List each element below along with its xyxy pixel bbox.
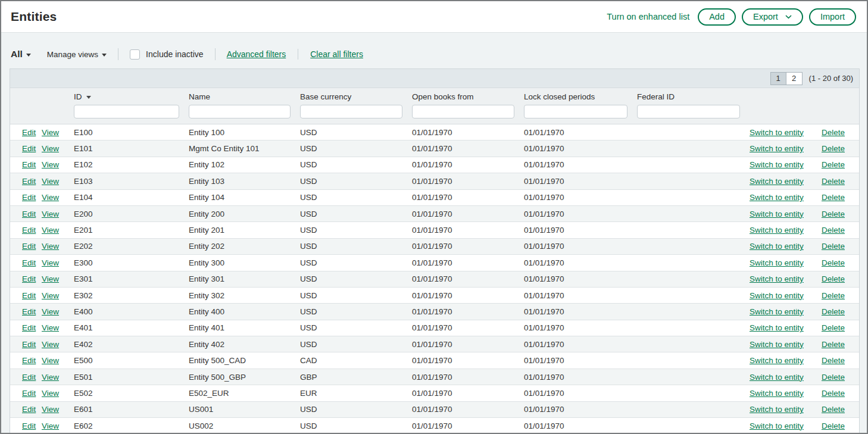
delete-link[interactable]: Delete	[811, 373, 859, 382]
delete-link[interactable]: Delete	[811, 421, 859, 430]
delete-link[interactable]: Delete	[811, 274, 859, 283]
switch-to-entity-link[interactable]: Switch to entity	[750, 128, 811, 137]
delete-link[interactable]: Delete	[811, 356, 859, 365]
view-link[interactable]: View	[42, 128, 74, 137]
view-link[interactable]: View	[42, 340, 74, 349]
view-link[interactable]: View	[42, 307, 74, 316]
delete-link[interactable]: Delete	[811, 160, 859, 169]
switch-to-entity-link[interactable]: Switch to entity	[750, 340, 811, 349]
delete-link[interactable]: Delete	[811, 128, 859, 137]
view-link[interactable]: View	[42, 242, 74, 251]
clear-all-filters-link[interactable]: Clear all filters	[310, 49, 363, 59]
switch-to-entity-link[interactable]: Switch to entity	[750, 242, 811, 251]
view-link[interactable]: View	[42, 258, 74, 267]
import-button[interactable]: Import	[809, 8, 856, 26]
switch-to-entity-link[interactable]: Switch to entity	[750, 389, 811, 398]
column-header-id[interactable]: ID	[74, 92, 189, 105]
edit-link[interactable]: Edit	[22, 389, 42, 398]
view-link[interactable]: View	[42, 373, 74, 382]
delete-link[interactable]: Delete	[811, 307, 859, 316]
delete-link[interactable]: Delete	[811, 340, 859, 349]
include-inactive-checkbox[interactable]	[130, 49, 140, 60]
edit-link[interactable]: Edit	[22, 373, 42, 382]
column-header-base-currency[interactable]: Base currency	[300, 92, 412, 105]
delete-link[interactable]: Delete	[811, 226, 859, 235]
view-link[interactable]: View	[42, 226, 74, 235]
edit-link[interactable]: Edit	[22, 421, 42, 430]
advanced-filters-link[interactable]: Advanced filters	[227, 49, 286, 59]
view-link[interactable]: View	[42, 356, 74, 365]
filter-input-open-books-from[interactable]	[412, 105, 514, 118]
view-link[interactable]: View	[42, 193, 74, 202]
edit-link[interactable]: Edit	[22, 307, 42, 316]
edit-link[interactable]: Edit	[22, 226, 42, 235]
switch-to-entity-link[interactable]: Switch to entity	[750, 373, 811, 382]
delete-link[interactable]: Delete	[811, 210, 859, 218]
page-button-2[interactable]: 2	[786, 72, 803, 85]
edit-link[interactable]: Edit	[22, 356, 42, 365]
switch-to-entity-link[interactable]: Switch to entity	[750, 258, 811, 267]
filter-input-name[interactable]	[189, 105, 291, 118]
delete-link[interactable]: Delete	[811, 193, 859, 202]
switch-to-entity-link[interactable]: Switch to entity	[750, 323, 811, 332]
edit-link[interactable]: Edit	[22, 291, 42, 300]
delete-link[interactable]: Delete	[811, 291, 859, 300]
edit-link[interactable]: Edit	[22, 177, 42, 186]
edit-link[interactable]: Edit	[22, 193, 42, 202]
filter-input-base-currency[interactable]	[300, 105, 402, 118]
add-button[interactable]: Add	[698, 8, 736, 26]
view-link[interactable]: View	[42, 144, 74, 153]
edit-link[interactable]: Edit	[22, 274, 42, 283]
edit-link[interactable]: Edit	[22, 405, 42, 414]
view-link[interactable]: View	[42, 177, 74, 186]
view-link[interactable]: View	[42, 405, 74, 414]
edit-link[interactable]: Edit	[22, 323, 42, 332]
switch-to-entity-link[interactable]: Switch to entity	[750, 405, 811, 414]
switch-to-entity-link[interactable]: Switch to entity	[750, 421, 811, 430]
switch-to-entity-link[interactable]: Switch to entity	[750, 307, 811, 316]
view-link[interactable]: View	[42, 291, 74, 300]
column-header-federal-id[interactable]: Federal ID	[637, 92, 750, 105]
column-header-lock-closed-periods[interactable]: Lock closed periods	[524, 92, 637, 105]
export-button[interactable]: Export	[742, 8, 803, 26]
edit-link[interactable]: Edit	[22, 210, 42, 218]
switch-to-entity-link[interactable]: Switch to entity	[750, 274, 811, 283]
edit-link[interactable]: Edit	[22, 242, 42, 251]
filter-input-federal-id[interactable]	[637, 105, 740, 118]
view-selector-dropdown[interactable]: All	[11, 49, 31, 60]
turn-on-enhanced-list-link[interactable]: Turn on enhanced list	[607, 12, 689, 21]
view-link[interactable]: View	[42, 274, 74, 283]
edit-link[interactable]: Edit	[22, 258, 42, 267]
page-button-1[interactable]: 1	[770, 72, 786, 85]
switch-to-entity-link[interactable]: Switch to entity	[750, 291, 811, 300]
switch-to-entity-link[interactable]: Switch to entity	[750, 226, 811, 235]
view-link[interactable]: View	[42, 389, 74, 398]
view-link[interactable]: View	[42, 323, 74, 332]
delete-link[interactable]: Delete	[811, 323, 859, 332]
edit-link[interactable]: Edit	[22, 128, 42, 137]
delete-link[interactable]: Delete	[811, 177, 859, 186]
switch-to-entity-link[interactable]: Switch to entity	[750, 144, 811, 153]
view-link[interactable]: View	[42, 160, 74, 169]
filter-input-lock-closed-periods[interactable]	[524, 105, 627, 118]
delete-link[interactable]: Delete	[811, 389, 859, 398]
delete-link[interactable]: Delete	[811, 242, 859, 251]
view-link[interactable]: View	[42, 210, 74, 218]
delete-link[interactable]: Delete	[811, 144, 859, 153]
base-currency-cell: USD	[300, 128, 412, 137]
switch-to-entity-link[interactable]: Switch to entity	[750, 177, 811, 186]
column-header-open-books-from[interactable]: Open books from	[412, 92, 524, 105]
switch-to-entity-link[interactable]: Switch to entity	[750, 356, 811, 365]
edit-link[interactable]: Edit	[22, 144, 42, 153]
delete-link[interactable]: Delete	[811, 405, 859, 414]
edit-link[interactable]: Edit	[22, 160, 42, 169]
filter-input-id[interactable]	[74, 105, 179, 118]
view-link[interactable]: View	[42, 421, 74, 430]
edit-link[interactable]: Edit	[22, 340, 42, 349]
switch-to-entity-link[interactable]: Switch to entity	[750, 160, 811, 169]
delete-link[interactable]: Delete	[811, 258, 859, 267]
switch-to-entity-link[interactable]: Switch to entity	[750, 193, 811, 202]
switch-to-entity-link[interactable]: Switch to entity	[750, 210, 811, 218]
manage-views-dropdown[interactable]: Manage views	[47, 50, 107, 59]
column-header-name[interactable]: Name	[189, 92, 300, 105]
